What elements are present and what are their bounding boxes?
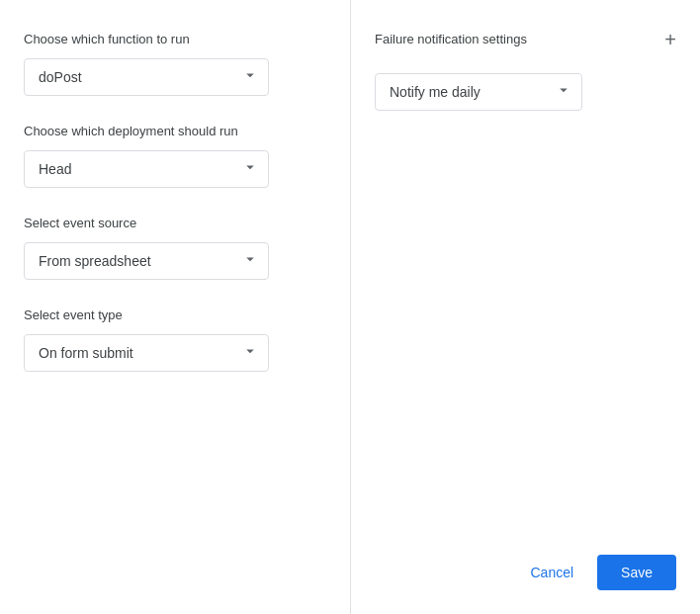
cancel-button[interactable]: Cancel xyxy=(514,555,589,590)
event-type-section: Select event type On form submit On edit… xyxy=(24,307,326,372)
event-source-label: Select event source xyxy=(24,216,326,230)
event-type-label: Select event type xyxy=(24,307,326,322)
function-select[interactable]: doPost doGet myFunction xyxy=(24,58,269,96)
event-type-select[interactable]: On form submit On edit On change On open xyxy=(24,334,269,372)
add-notification-button[interactable]: + xyxy=(664,30,676,49)
left-panel: Choose which function to run doPost doGe… xyxy=(0,0,351,614)
notify-select-wrapper: Notify me daily Notify me immediately No… xyxy=(375,73,582,111)
event-source-select-wrapper: From spreadsheet From calendar Time-driv… xyxy=(24,242,269,280)
event-source-select[interactable]: From spreadsheet From calendar Time-driv… xyxy=(24,242,269,280)
footer: Cancel Save xyxy=(514,555,676,590)
deployment-select-wrapper: Head Latest xyxy=(24,150,269,188)
notification-title: Failure notification settings xyxy=(375,32,527,46)
notify-select[interactable]: Notify me daily Notify me immediately No… xyxy=(375,73,582,111)
function-section: Choose which function to run doPost doGe… xyxy=(24,32,326,96)
deployment-label: Choose which deployment should run xyxy=(24,124,326,138)
event-type-select-wrapper: On form submit On edit On change On open xyxy=(24,334,269,372)
right-panel: Failure notification settings + Notify m… xyxy=(351,0,700,614)
main-container: Choose which function to run doPost doGe… xyxy=(0,0,700,614)
deployment-section: Choose which deployment should run Head … xyxy=(24,124,326,188)
function-label: Choose which function to run xyxy=(24,32,326,46)
save-button[interactable]: Save xyxy=(597,555,676,590)
deployment-select[interactable]: Head Latest xyxy=(24,150,269,188)
notification-header: Failure notification settings + xyxy=(375,32,676,49)
function-select-wrapper: doPost doGet myFunction xyxy=(24,58,269,96)
event-source-section: Select event source From spreadsheet Fro… xyxy=(24,216,326,280)
